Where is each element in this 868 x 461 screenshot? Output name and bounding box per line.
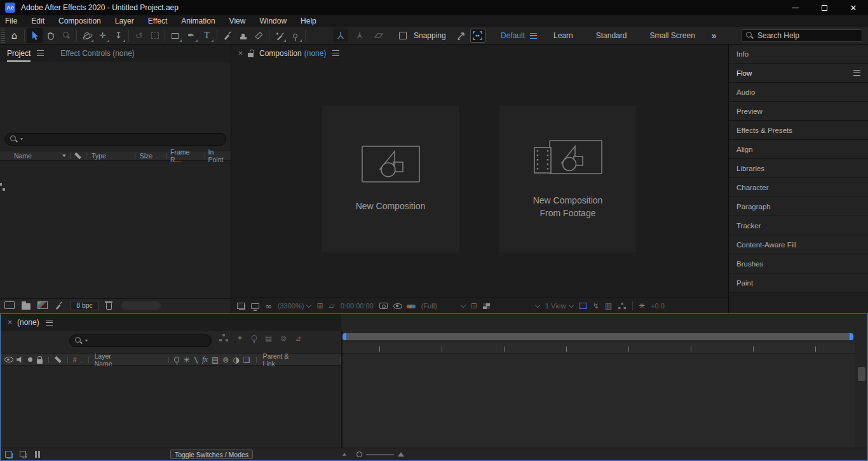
view-axis-mode-button[interactable] <box>371 29 386 43</box>
hide-shy-layers-icon[interactable] <box>252 335 257 341</box>
expand-layer-switches-icon[interactable] <box>7 453 13 458</box>
sidebar-item-audio[interactable]: Audio <box>729 83 868 102</box>
video-visibility-column-icon[interactable] <box>4 357 13 362</box>
frame-blending-icon[interactable]: ▤ <box>265 334 272 343</box>
capture-snapshot-region-button[interactable] <box>470 29 485 43</box>
draft-3d-icon[interactable]: ✦ <box>236 333 243 343</box>
composition-flowchart-icon[interactable] <box>618 302 626 309</box>
pan-camera-tool[interactable]: ✛ <box>95 28 111 43</box>
eraser-tool[interactable] <box>251 28 267 43</box>
fast-previews-icon[interactable]: ↯ <box>593 301 599 310</box>
always-preview-icon[interactable] <box>239 305 245 310</box>
motion-blur-switch-icon[interactable]: ⊚ <box>222 355 229 364</box>
help-search-input[interactable] <box>757 31 846 40</box>
column-layer-number[interactable]: # <box>73 356 77 364</box>
tab-project[interactable]: Project <box>7 49 31 58</box>
transparency-grid-icon[interactable] <box>483 303 490 309</box>
menu-animation[interactable]: Animation <box>174 15 222 27</box>
search-options-chevron-icon[interactable] <box>20 139 23 141</box>
time-ruler[interactable] <box>342 343 855 354</box>
zoom-in-to-frames-icon[interactable] <box>398 452 404 457</box>
toolbar-grip[interactable] <box>1 29 5 43</box>
camera-dropdown[interactable] <box>496 305 539 307</box>
puppet-pin-tool[interactable] <box>287 28 303 43</box>
time-navigator-end-handle[interactable] <box>850 333 853 340</box>
quality-switch-icon[interactable]: \ <box>194 355 198 364</box>
view-layout-dropdown[interactable]: 1 View <box>545 302 573 310</box>
main-monitor-icon[interactable] <box>251 303 259 309</box>
snapping-checkbox[interactable] <box>399 32 407 39</box>
type-tool[interactable]: T <box>199 28 215 43</box>
timeline-tab-close-icon[interactable]: × <box>8 318 12 327</box>
layer-list-area[interactable] <box>1 366 341 448</box>
workspace-tab-small-screen[interactable]: Small Screen <box>638 31 706 40</box>
minimize-button[interactable] <box>780 0 810 15</box>
project-search-input[interactable] <box>25 135 220 143</box>
workspace-overflow-chevron[interactable]: » <box>707 31 721 41</box>
camera-tool[interactable] <box>147 28 163 43</box>
shy-switch-icon[interactable] <box>174 357 179 362</box>
column-size[interactable]: Size <box>140 152 153 160</box>
orbit-camera-tool[interactable] <box>79 28 95 43</box>
bit-depth-button[interactable]: 8 bpc <box>70 301 99 310</box>
grid-guides-icon[interactable]: ⊞ <box>316 301 323 310</box>
sidebar-item-paint[interactable]: Paint <box>729 273 868 292</box>
show-channel-icon[interactable] <box>408 302 416 310</box>
snapshot-camera-icon[interactable] <box>379 303 388 309</box>
three-d-layer-switch-icon[interactable]: ❑ <box>243 355 250 364</box>
time-navigator-bar[interactable] <box>344 333 852 340</box>
label-column-icon[interactable] <box>55 356 62 363</box>
adjustment-layer-switch-icon[interactable]: ◑ <box>233 355 239 364</box>
sidebar-item-paragraph[interactable]: Paragraph <box>729 197 868 216</box>
expand-transfer-controls-icon[interactable] <box>22 453 27 458</box>
home-button[interactable]: ⌂ <box>6 28 22 43</box>
tab-composition[interactable]: Composition <box>259 49 302 58</box>
workspace-menu-icon[interactable] <box>530 33 537 39</box>
mask-visibility-icon[interactable]: ▱ <box>329 301 334 310</box>
menu-composition[interactable]: Composition <box>51 15 108 27</box>
sort-ascending-icon[interactable] <box>62 155 66 157</box>
sidebar-item-effects-presets[interactable]: Effects & Presets <box>729 121 868 140</box>
composition-panel-menu-icon[interactable] <box>332 50 339 56</box>
column-layer-name[interactable]: Layer Name <box>95 352 124 368</box>
pixel-aspect-correction-icon[interactable]: ▥ <box>605 301 612 310</box>
region-of-interest-icon[interactable]: ⊡ <box>471 301 477 310</box>
sidebar-item-tracker[interactable]: Tracker <box>729 216 868 235</box>
tab-effect-controls[interactable]: Effect Controls (none) <box>60 49 135 58</box>
share-view-options-icon[interactable] <box>579 303 587 309</box>
collapse-transformations-switch-icon[interactable]: ☀ <box>183 355 190 364</box>
project-brush-icon[interactable] <box>55 301 63 310</box>
toggle-switches-modes-button[interactable]: Toggle Switches / Modes <box>170 450 253 459</box>
audio-column-icon[interactable] <box>17 356 24 363</box>
menu-edit[interactable]: Edit <box>24 15 51 27</box>
label-column-tag-icon[interactable] <box>74 153 81 160</box>
project-flowchart-icon[interactable] <box>0 183 5 191</box>
menu-layer[interactable]: Layer <box>108 15 141 27</box>
zoom-slider-knob[interactable] <box>356 451 362 457</box>
sidebar-item-character[interactable]: Character <box>729 178 868 197</box>
selection-tool[interactable] <box>27 28 43 43</box>
column-frame-rate[interactable]: Frame R... <box>170 148 201 163</box>
sidebar-item-brushes[interactable]: Brushes <box>729 254 868 273</box>
column-in-point[interactable]: In Point <box>208 148 231 163</box>
exposure-shutter-icon[interactable]: ✳ <box>639 301 645 310</box>
project-panel-menu-icon[interactable] <box>37 50 44 56</box>
timeline-vertical-scrollbar[interactable] <box>858 367 865 381</box>
exposure-value[interactable]: +0.0 <box>651 302 665 310</box>
sidebar-item-preview[interactable]: Preview <box>729 102 868 121</box>
sidebar-item-align[interactable]: Align <box>729 140 868 159</box>
hand-tool[interactable] <box>43 28 58 43</box>
interpret-footage-button[interactable] <box>4 301 15 309</box>
delete-item-button[interactable] <box>106 303 112 310</box>
rotate-tool[interactable]: ↺ <box>131 28 147 43</box>
help-search-box[interactable] <box>742 29 862 42</box>
zoom-dropdown[interactable]: (3300%) <box>278 302 311 310</box>
pen-tool[interactable]: ✒ <box>183 28 199 43</box>
column-name[interactable]: Name <box>14 152 32 160</box>
sidebar-item-content-aware-fill[interactable]: Content-Aware Fill <box>729 235 868 254</box>
new-composition-button[interactable] <box>37 301 48 309</box>
sidebar-item-libraries[interactable]: Libraries <box>729 159 868 178</box>
timeline-tab-label[interactable]: (none) <box>17 318 39 327</box>
search-options-chevron-icon[interactable] <box>85 340 88 342</box>
expand-in-out-duration-icon[interactable] <box>35 451 37 458</box>
